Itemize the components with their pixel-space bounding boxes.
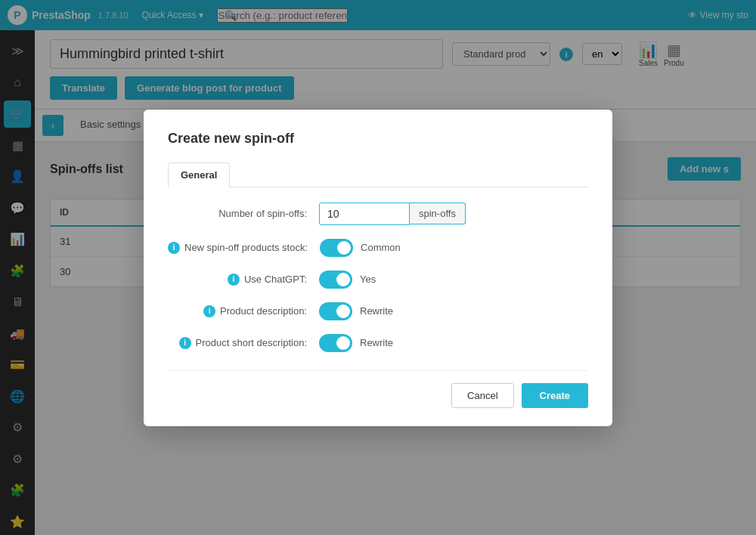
modal-tabs: General bbox=[168, 162, 588, 187]
short-description-toggle-label: Rewrite bbox=[360, 337, 393, 348]
description-toggle[interactable] bbox=[319, 302, 352, 320]
chatgpt-toggle-label: Yes bbox=[360, 274, 376, 285]
create-button[interactable]: Create bbox=[522, 383, 588, 408]
spinoffs-count-row: Number of spin-offs: spin-offs bbox=[168, 203, 588, 225]
chatgpt-toggle[interactable] bbox=[319, 271, 352, 289]
short-description-row: i Product short description: Rewrite bbox=[168, 334, 588, 352]
cancel-button[interactable]: Cancel bbox=[451, 383, 513, 408]
spinoffs-count-input[interactable] bbox=[319, 203, 410, 225]
modal-tab-general[interactable]: General bbox=[168, 162, 230, 187]
spinoffs-unit: spin-offs bbox=[410, 203, 466, 224]
stock-toggle-wrap: Common bbox=[320, 239, 401, 257]
stock-row: i New spin-off products stock: Common bbox=[168, 239, 588, 257]
create-spinoff-modal: Create new spin-off General Number of sp… bbox=[144, 110, 612, 426]
chatgpt-info-icon[interactable]: i bbox=[228, 274, 240, 286]
stock-label: i New spin-off products stock: bbox=[168, 242, 320, 254]
spinoffs-count-label: Number of spin-offs: bbox=[168, 208, 319, 219]
short-description-toggle-wrap: Rewrite bbox=[319, 334, 393, 352]
spinoffs-count-control: spin-offs bbox=[319, 203, 466, 225]
modal-overlay: Create new spin-off General Number of sp… bbox=[0, 0, 756, 535]
stock-toggle[interactable] bbox=[320, 239, 353, 257]
short-description-toggle[interactable] bbox=[319, 334, 352, 352]
stock-info-icon[interactable]: i bbox=[168, 242, 180, 254]
chatgpt-label: i Use ChatGPT: bbox=[168, 274, 319, 286]
description-toggle-label: Rewrite bbox=[360, 305, 393, 317]
modal-footer: Cancel Create bbox=[168, 370, 588, 408]
description-info-icon[interactable]: i bbox=[203, 305, 215, 317]
chatgpt-toggle-wrap: Yes bbox=[319, 271, 376, 289]
description-toggle-wrap: Rewrite bbox=[319, 302, 393, 320]
description-label: i Product description: bbox=[168, 305, 319, 317]
short-description-label: i Product short description: bbox=[168, 337, 319, 349]
stock-toggle-label: Common bbox=[361, 242, 401, 253]
description-row: i Product description: Rewrite bbox=[168, 302, 588, 320]
modal-title: Create new spin-off bbox=[168, 131, 588, 147]
short-description-info-icon[interactable]: i bbox=[179, 337, 191, 349]
chatgpt-row: i Use ChatGPT: Yes bbox=[168, 271, 588, 289]
